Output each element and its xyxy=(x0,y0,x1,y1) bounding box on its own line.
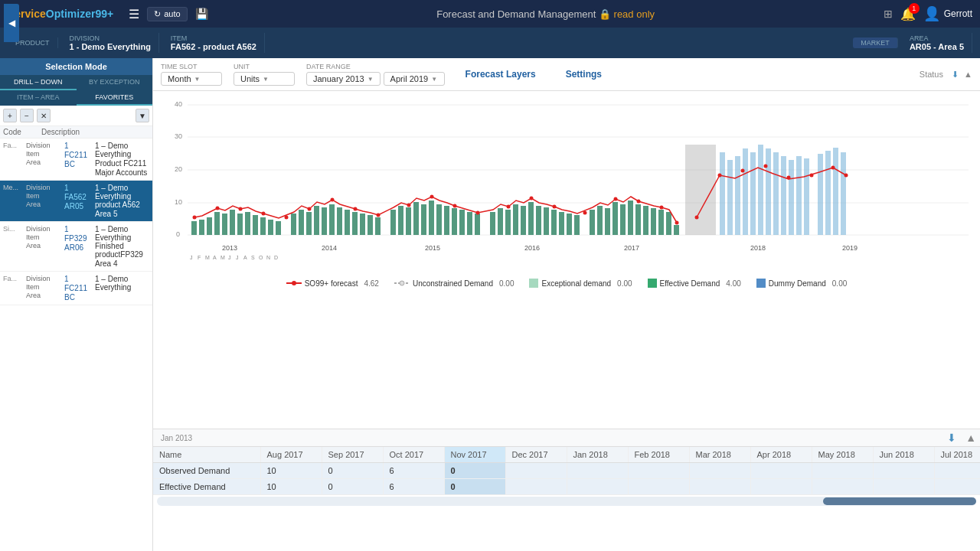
svg-rect-31 xyxy=(360,214,365,235)
division-label: Division xyxy=(70,34,151,42)
svg-rect-63 xyxy=(628,201,633,235)
date-to-dropdown[interactable]: April 2019 ▼ xyxy=(384,72,445,86)
svg-text:2013: 2013 xyxy=(222,244,237,252)
logo-optimizer: Optimizer99+ xyxy=(46,8,113,20)
clear-btn[interactable]: ✕ xyxy=(37,109,51,122)
tab-item-area[interactable]: ITEM – AREA xyxy=(0,90,77,106)
svg-rect-83 xyxy=(818,154,823,235)
svg-text:40: 40 xyxy=(175,100,182,108)
svg-point-87 xyxy=(193,216,197,220)
svg-text:O: O xyxy=(259,255,263,260)
cell-obs-mar18 xyxy=(689,463,750,479)
svg-rect-22 xyxy=(291,214,296,235)
table-row: Effective Demand 10 0 6 0 xyxy=(153,479,980,495)
table-scroll-container[interactable]: Name Aug 2017 Sep 2017 Oct 2017 Nov 2017… xyxy=(153,447,980,495)
download-icon[interactable]: ⬇ xyxy=(952,70,959,79)
svg-point-94 xyxy=(354,207,358,211)
svg-rect-41 xyxy=(444,206,449,235)
tab-drill-down[interactable]: DRILL – DOWN xyxy=(0,75,77,90)
date-from-dropdown[interactable]: January 2013 ▼ xyxy=(306,72,381,86)
legend-so99: SO99+ forecast 4.62 xyxy=(286,279,379,288)
svg-text:J: J xyxy=(190,255,193,260)
svg-text:A: A xyxy=(213,255,217,260)
svg-point-107 xyxy=(675,221,679,225)
svg-point-99 xyxy=(476,211,480,215)
svg-rect-141 xyxy=(756,279,766,288)
chart-container: 40 30 20 10 0 xyxy=(153,91,980,429)
forecast-layers-button[interactable]: Forecast Layers xyxy=(456,66,545,83)
legend-so99-value: 4.62 xyxy=(364,279,378,288)
scrollbar-thumb[interactable] xyxy=(823,497,976,505)
unit-section: Unit Units ▼ xyxy=(234,63,295,86)
svg-rect-48 xyxy=(505,210,511,235)
timeslot-dropdown[interactable]: Month ▼ xyxy=(161,72,222,86)
legend-unconstrained: Unconstrained Demand 0.00 xyxy=(394,279,514,288)
sidebar-col-header: Code Description xyxy=(0,126,152,139)
legend-effective-value: 4.00 xyxy=(726,279,740,288)
svg-text:2015: 2015 xyxy=(425,244,440,252)
svg-rect-75 xyxy=(750,152,756,235)
area-section: Area AR05 - Area 5 xyxy=(902,33,972,53)
svg-rect-58 xyxy=(590,210,595,235)
hamburger-icon[interactable]: ☰ xyxy=(129,7,139,21)
collapse-table-icon[interactable]: ▲ xyxy=(965,432,976,444)
tab-by-exception[interactable]: BY EXCEPTION xyxy=(77,75,153,90)
horizontal-scrollbar[interactable] xyxy=(157,497,976,506)
svg-rect-81 xyxy=(796,156,802,235)
svg-rect-80 xyxy=(789,160,794,235)
collapse-chart-icon[interactable]: ▲ xyxy=(964,70,972,79)
save-icon[interactable]: 💾 xyxy=(195,8,208,20)
list-item[interactable]: Si... Division Item Area 1 FP329 AR06 1 … xyxy=(0,222,152,272)
filter-btn[interactable]: ▼ xyxy=(136,109,149,122)
refresh-icon: ↻ xyxy=(154,9,161,19)
cell-obs-may18 xyxy=(812,463,873,479)
svg-rect-57 xyxy=(574,215,580,235)
legend-dummy: Dummy Demand 0.00 xyxy=(756,279,848,288)
add-btn[interactable]: + xyxy=(3,109,17,122)
svg-rect-21 xyxy=(276,221,281,235)
download-table-icon[interactable]: ⬇ xyxy=(947,432,956,444)
svg-rect-36 xyxy=(406,207,411,235)
area-value: AR05 - Area 5 xyxy=(910,42,964,51)
list-item[interactable]: Me... Division Item Area 1 FA562 AR05 1 … xyxy=(0,181,152,222)
layout-icon[interactable]: ⊞ xyxy=(884,8,893,20)
col-header-aug17: Aug 2017 xyxy=(260,447,322,463)
table-region-label: Jan 2013 xyxy=(157,434,192,442)
user-menu[interactable]: 👤 Gerrott xyxy=(923,5,972,22)
col-desc-header: Description xyxy=(41,128,149,136)
svg-rect-49 xyxy=(513,204,518,235)
demand-chart: 40 30 20 10 0 xyxy=(161,99,972,275)
list-item[interactable]: Fa... Division Item Area 1 FC211 BC 1 – … xyxy=(0,272,152,305)
data-table-header-row: Jan 2013 ⬇ ▲ xyxy=(153,429,980,447)
svg-rect-14 xyxy=(222,214,227,235)
data-table-wrapper: Jan 2013 ⬇ ▲ Name Aug 2017 Sep 2017 Oct … xyxy=(153,429,980,551)
table-collapse-button[interactable]: ⬇ ▲ xyxy=(947,432,976,444)
svg-point-108 xyxy=(695,216,699,220)
col-header-dec17: Dec 2017 xyxy=(505,447,567,463)
cell-obs-aug17: 10 xyxy=(260,463,322,479)
svg-rect-56 xyxy=(567,214,572,235)
svg-rect-26 xyxy=(322,207,327,235)
unit-label: Unit xyxy=(234,63,295,70)
unit-dropdown[interactable]: Units ▼ xyxy=(234,72,295,86)
svg-text:2016: 2016 xyxy=(524,244,540,252)
market-label: MARKET xyxy=(861,39,890,47)
auto-button[interactable]: ↻ auto xyxy=(147,7,187,21)
list-item[interactable]: Fa... Division Item Area 1 FC211 BC 1 – … xyxy=(0,139,152,181)
legend-effective-label: Effective Demand xyxy=(660,279,720,288)
chevron-down-icon: ▼ xyxy=(263,76,269,83)
minus-btn[interactable]: − xyxy=(20,109,34,122)
area-label: Area xyxy=(910,34,964,42)
settings-button[interactable]: Settings xyxy=(557,66,611,83)
col-header-apr18: Apr 2018 xyxy=(750,447,812,463)
svg-rect-39 xyxy=(429,201,434,235)
tab-favorites[interactable]: FAVORITES xyxy=(77,90,153,106)
svg-text:20: 20 xyxy=(175,165,182,173)
sidebar-collapse-button[interactable]: ◀ xyxy=(4,4,19,42)
sidebar-tabs-2: ITEM – AREA FAVORITES xyxy=(0,90,152,106)
chevron-down-icon: ▼ xyxy=(368,76,374,83)
svg-point-88 xyxy=(216,207,220,210)
svg-rect-32 xyxy=(368,215,373,235)
notification-icon[interactable]: 🔔 1 xyxy=(900,7,916,21)
legend-unconstrained-value: 0.00 xyxy=(499,279,514,288)
